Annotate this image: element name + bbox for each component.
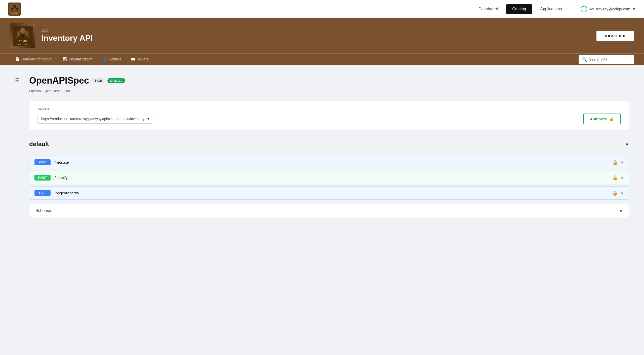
- search-icon: 🔍: [582, 57, 587, 62]
- default-section: default ∧ GET /netsuite 🔒 ∨ POST /shopif…: [29, 136, 629, 200]
- svg-point-22: [27, 34, 30, 38]
- dashboard-nav-link[interactable]: Dashboard: [472, 4, 504, 14]
- servers-dropdown[interactable]: https://production-kaustav-roy.gateway.a…: [37, 114, 153, 124]
- section-title: default: [29, 140, 49, 148]
- get-method-badge-paged: GET: [34, 190, 51, 196]
- post-method-badge: POST: [34, 175, 51, 181]
- servers-box: Servers https://production-kaustav-roy.g…: [29, 101, 629, 130]
- authorize-label: Authorize: [590, 117, 607, 121]
- svg-text:ACME: ACME: [19, 40, 27, 43]
- endpoint-icons-pagedrecords: 🔒 ∨: [612, 190, 624, 196]
- lock-icon-netsuite: 🔒: [612, 160, 618, 165]
- svg-point-12: [586, 10, 587, 11]
- svg-point-9: [581, 6, 587, 12]
- endpoint-pagedrecords[interactable]: GET /pagedrecords 🔒 ∨: [29, 186, 629, 200]
- endpoint-shopify[interactable]: POST /shopify 🔒 ∨: [29, 171, 629, 184]
- top-navigation: ACME Dashboard Catalog Applications kaus…: [0, 0, 644, 18]
- docs-icon: 📊: [62, 57, 67, 61]
- subscribe-button[interactable]: SUBSCRIBE: [596, 31, 634, 41]
- authorize-button[interactable]: Authorize 🔓: [583, 114, 621, 124]
- chevron-down-icon-shopify[interactable]: ∨: [620, 175, 624, 181]
- acme-logo[interactable]: ACME: [8, 3, 21, 16]
- api-title-section: 1.0.0 Inventory API: [41, 29, 590, 43]
- svg-point-20: [21, 33, 24, 38]
- spec-version-badge: 1.0.0: [92, 78, 104, 83]
- tab-general-information[interactable]: 📄 General information: [10, 54, 57, 65]
- lock-icon-shopify: 🔒: [612, 175, 618, 181]
- svg-point-15: [581, 7, 582, 8]
- sidebar-toggle[interactable]: ☰: [15, 75, 23, 218]
- servers-dropdown-icon: ▾: [147, 117, 149, 121]
- search-input[interactable]: [589, 57, 630, 61]
- svg-point-13: [583, 11, 584, 12]
- svg-point-5: [11, 9, 13, 11]
- spec-header: OpenAPISpec 1.0.0 OAS 3.0: [29, 75, 629, 86]
- spec-description: OpenAPISpec Description: [29, 89, 629, 93]
- tab-contact[interactable]: 👤 Contact: [97, 54, 126, 65]
- schemas-section[interactable]: Schemas ∨: [29, 204, 629, 218]
- svg-point-3: [14, 6, 16, 9]
- api-version: 1.0.0: [41, 29, 590, 32]
- endpoint-path-pagedrecords: /pagedrecords: [55, 191, 612, 195]
- lock-icon-pagedrecords: 🔒: [612, 190, 618, 196]
- catalog-nav-link[interactable]: Catalog: [506, 4, 532, 14]
- spec-title: OpenAPISpec: [29, 75, 89, 86]
- servers-label: Servers: [37, 107, 621, 111]
- lock-icon: 🔓: [609, 117, 614, 121]
- servers-url: https://production-kaustav-roy.gateway.a…: [41, 117, 144, 121]
- user-menu[interactable]: kaustav.roy@celigo.com ▼: [580, 6, 636, 13]
- user-email: kaustav.roy@celigo.com: [589, 7, 630, 11]
- chevron-down-icon-netsuite[interactable]: ∨: [620, 160, 624, 165]
- chevron-down-icon-pagedrecords[interactable]: ∨: [620, 190, 624, 196]
- svg-point-14: [581, 10, 582, 11]
- endpoint-path-netsuite: /netsuite: [55, 160, 612, 164]
- tab-tickets[interactable]: ✉️ Tickets: [126, 54, 153, 65]
- page-icon: 📄: [15, 57, 19, 61]
- get-method-badge: GET: [34, 159, 51, 165]
- api-banner: ACME CHOCOLATES 1.0.0 Inventory API SUBS…: [0, 18, 644, 65]
- svg-point-11: [586, 7, 587, 8]
- schemas-chevron-icon[interactable]: ∨: [619, 208, 623, 214]
- svg-point-10: [583, 6, 584, 7]
- api-title: Inventory API: [41, 33, 590, 43]
- api-logo: ACME CHOCOLATES: [10, 23, 35, 48]
- schemas-label: Schemas: [35, 208, 52, 213]
- svg-text:CHOCOLATES: CHOCOLATES: [17, 44, 28, 45]
- tickets-icon: ✉️: [131, 57, 135, 61]
- section-collapse-icon[interactable]: ∧: [625, 141, 629, 147]
- applications-nav-link[interactable]: Applications: [534, 4, 568, 14]
- endpoint-icons-shopify: 🔒 ∨: [612, 175, 624, 181]
- main-content: ☰ OpenAPISpec 1.0.0 OAS 3.0 OpenAPISpec …: [0, 65, 644, 228]
- endpoint-path-shopify: /shopify: [55, 175, 612, 180]
- user-dropdown-icon: ▼: [632, 7, 636, 11]
- nav-divider: [574, 5, 574, 14]
- celigo-icon: [580, 6, 587, 13]
- svg-text:ACME: ACME: [12, 12, 18, 15]
- api-search-box[interactable]: 🔍: [579, 55, 634, 64]
- contact-icon: 👤: [102, 57, 107, 61]
- servers-row: https://production-kaustav-roy.gateway.a…: [37, 114, 621, 124]
- svg-point-21: [15, 35, 18, 39]
- svg-point-7: [16, 9, 18, 11]
- api-tabs: 📄 General information 📊 Documentation 👤 …: [0, 53, 644, 65]
- nav-links: Dashboard Catalog Applications kaustav.r…: [472, 4, 636, 14]
- endpoint-icons-netsuite: 🔒 ∨: [612, 160, 624, 165]
- section-header: default ∧: [29, 136, 629, 152]
- svg-point-17: [20, 27, 25, 34]
- spec-oas-badge: OAS 3.0: [107, 78, 125, 83]
- hamburger-icon[interactable]: ☰: [15, 77, 23, 83]
- content-area: OpenAPISpec 1.0.0 OAS 3.0 OpenAPISpec De…: [29, 75, 629, 218]
- tab-documentation[interactable]: 📊 Documentation: [57, 54, 97, 65]
- endpoint-netsuite[interactable]: GET /netsuite 🔒 ∨: [29, 156, 629, 169]
